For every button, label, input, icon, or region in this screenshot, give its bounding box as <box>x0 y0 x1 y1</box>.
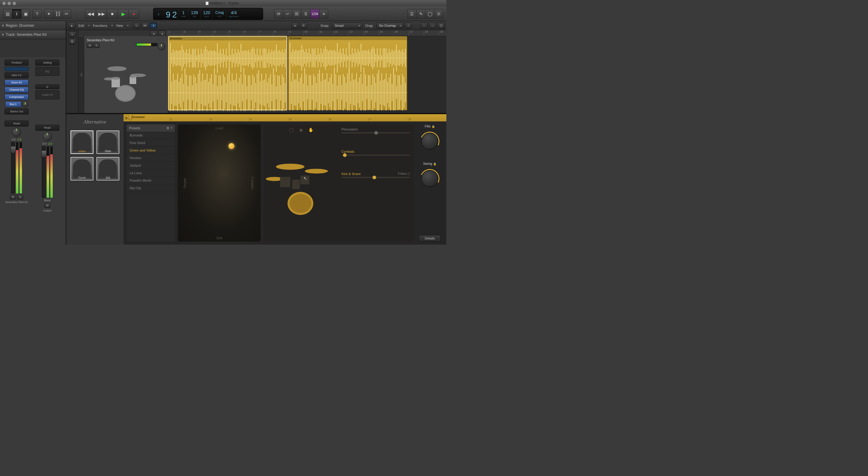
track-pan-knob[interactable] <box>158 43 165 50</box>
track-header-config[interactable]: ▾ <box>150 31 157 37</box>
duplicate-track-button[interactable]: ⧉ <box>69 38 76 44</box>
rewind-button[interactable]: ◀◀ <box>85 9 96 19</box>
track-header[interactable]: 1 Seventies Plexi Kit M S <box>79 36 167 113</box>
preset-item[interactable]: Hoodoo <box>127 154 175 162</box>
notepad-button[interactable]: ✎ <box>416 9 425 19</box>
lock-icon[interactable]: 🔒 <box>432 125 435 128</box>
audiofx-slot[interactable]: Audio FX <box>35 90 59 99</box>
region-drummer-1[interactable]: Drummer <box>168 36 287 110</box>
functions-menu[interactable]: Functions <box>91 24 109 27</box>
library-button[interactable]: ▥ <box>3 9 12 19</box>
quick-help-button[interactable]: ▣ <box>21 9 30 19</box>
preset-item[interactable]: Powell's World <box>127 177 175 184</box>
xy-puck[interactable] <box>228 143 235 149</box>
count-in-button[interactable]: 1234 <box>310 9 319 19</box>
toolbar-btn-a[interactable]: ✦ <box>44 9 53 19</box>
toolbar-btn-scissors[interactable]: ✂ <box>62 9 71 19</box>
add-track-button[interactable]: + <box>69 31 76 37</box>
snap-dropdown[interactable]: Smart <box>332 23 362 29</box>
stop-button[interactable]: ■ <box>107 9 118 19</box>
gear-icon[interactable]: ⚙ <box>166 126 169 130</box>
preset-item[interactable]: Jackpot <box>127 162 175 169</box>
preset-item[interactable]: Burnside <box>127 132 175 139</box>
editor-ruler[interactable]: ▶ Drummer 12345678 <box>124 114 446 121</box>
genre-label[interactable]: Alternative <box>84 119 106 125</box>
track-mute[interactable]: M <box>87 43 93 48</box>
edit-menu[interactable]: Edit <box>76 24 86 27</box>
automation-mode[interactable]: Read <box>4 121 29 127</box>
solo-button[interactable]: S <box>17 195 23 199</box>
instrument-slot[interactable]: Drum Kit <box>4 80 29 86</box>
region-drummer-2[interactable]: Drummer <box>288 36 407 110</box>
eq-thumb[interactable] <box>4 67 29 71</box>
tambourine-icon[interactable]: ◯ <box>289 127 294 132</box>
volume-fader[interactable] <box>42 147 45 198</box>
lcd-display[interactable]: ♪ 9 2 1beat 139div 120bpm Cmajkey 4/4sig… <box>153 8 263 20</box>
drummer-card[interactable]: aidan <box>70 130 93 154</box>
track-volume-slider[interactable] <box>136 43 157 46</box>
eq-slot[interactable]: EQ <box>35 67 59 76</box>
region-inspector-header[interactable]: Region: Drummer <box>0 21 66 30</box>
swing-knob[interactable] <box>421 170 438 187</box>
flex-button[interactable]: ⋈ <box>141 23 149 29</box>
shaker-icon[interactable]: ◉ <box>299 127 303 132</box>
track-inspector-header[interactable]: Track: Seventies Plexi Kit <box>0 30 66 39</box>
preset-slot[interactable]: Portland <box>4 60 29 66</box>
stereo-icon[interactable]: ◎ <box>35 84 59 89</box>
view-menu[interactable]: View <box>114 24 125 27</box>
percussion-slider[interactable] <box>341 132 410 133</box>
global-tracks[interactable]: ▾ <box>158 31 166 37</box>
back-button[interactable]: ▲ <box>68 23 75 29</box>
kick-snare-slider[interactable] <box>341 177 410 178</box>
details-button[interactable]: Details <box>419 235 441 242</box>
send-slot[interactable]: Bus 1 <box>5 101 22 107</box>
output-slot[interactable]: Stereo Out <box>4 108 29 115</box>
mute-button[interactable]: M <box>10 195 16 199</box>
loops-button[interactable]: ◯ <box>425 9 434 19</box>
handclap-icon[interactable]: ✋ <box>308 127 313 132</box>
toolbar-btn-mixer[interactable]: ┇┇ <box>53 9 62 19</box>
automation-button[interactable]: ∿ <box>133 23 140 29</box>
fills-knob[interactable] <box>421 133 438 150</box>
marquee-tool[interactable]: ✛ <box>300 23 307 29</box>
sync-button[interactable]: ≡ <box>319 9 328 19</box>
window-close[interactable] <box>2 2 6 5</box>
waveform-zoom[interactable]: ⊹ <box>405 23 412 29</box>
replace-button[interactable]: ⤺ <box>283 9 292 19</box>
pan-knob[interactable] <box>12 128 21 137</box>
pan-knob[interactable] <box>43 132 52 141</box>
preset-item[interactable]: La Luna <box>127 169 175 177</box>
lock-icon[interactable]: 🔒 <box>433 162 436 165</box>
play-button[interactable]: ▶ <box>118 9 128 19</box>
solo-button[interactable]: S <box>301 9 310 19</box>
autopunch-button[interactable]: ☒ <box>292 9 301 19</box>
chevron-down-icon[interactable] <box>170 127 173 129</box>
window-minimize[interactable] <box>7 2 11 5</box>
automation-mode[interactable]: Read <box>35 125 59 131</box>
audiofx-slot-1[interactable]: Channel EQ <box>4 87 29 93</box>
audiofx-slot-2[interactable]: Compressor <box>4 94 29 100</box>
setting-slot[interactable]: Setting <box>35 60 59 66</box>
catch-button[interactable]: ▾ <box>150 23 157 29</box>
track-solo[interactable]: S <box>93 43 99 48</box>
zoom-vert[interactable]: ↕ <box>421 23 428 29</box>
zoom-button[interactable]: ◫ <box>437 23 444 29</box>
preset-item[interactable]: Rip City <box>127 184 175 192</box>
midifx-slot[interactable]: MIDI FX <box>4 72 29 78</box>
drag-dropdown[interactable]: No Overlap <box>376 23 404 29</box>
drummer-card[interactable]: Gavin <box>70 157 93 181</box>
preset-item[interactable]: Fine Grind <box>127 139 175 147</box>
record-button[interactable]: ● <box>128 9 139 19</box>
drummer-card[interactable]: Zak <box>96 157 119 181</box>
xy-pad[interactable]: Loud Soft Simple Complex <box>178 124 261 242</box>
send-knob[interactable] <box>22 101 28 107</box>
window-zoom[interactable] <box>13 2 16 5</box>
zoom-horiz[interactable]: ↔ <box>429 23 436 29</box>
help-button[interactable]: ? <box>33 9 41 19</box>
forward-button[interactable]: ▶▶ <box>96 9 107 19</box>
follow-checkbox[interactable]: ▢ <box>407 172 410 175</box>
preset-item[interactable]: Green and Yellow <box>127 147 175 154</box>
bounce-label[interactable]: Bnce <box>44 199 51 202</box>
drummer-card[interactable]: Nikki <box>96 130 119 154</box>
volume-fader[interactable] <box>11 142 15 193</box>
